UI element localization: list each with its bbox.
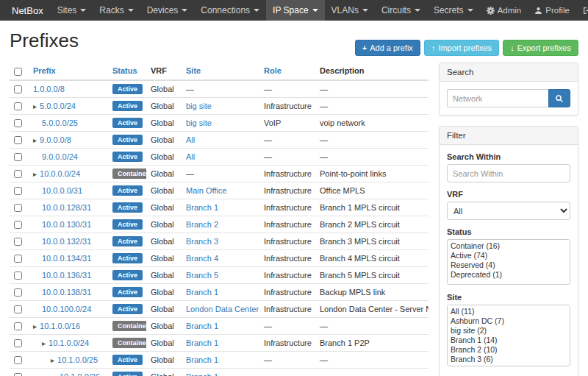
row-checkbox[interactable] (14, 119, 22, 127)
prefix-cell: 10.0.0.134/31 (29, 249, 108, 266)
site-link[interactable]: Branch 1 (186, 372, 218, 376)
row-checkbox[interactable] (14, 305, 22, 313)
site-link[interactable]: Branch 1 (186, 338, 218, 347)
site-link[interactable]: Branch 4 (186, 254, 218, 263)
prefix-link[interactable]: 5.0.0.0/24 (40, 102, 76, 110)
logout-link[interactable]: Log out (576, 0, 588, 21)
prefix-link[interactable]: 10.0.0.138/31 (42, 288, 91, 297)
site-link[interactable]: big site (186, 102, 212, 110)
prefix-link[interactable]: 9.0.0.0/24 (42, 152, 78, 161)
select-all-checkbox[interactable] (14, 68, 22, 76)
row-checkbox[interactable] (14, 187, 22, 195)
search-button[interactable] (548, 89, 570, 107)
row-checkbox[interactable] (14, 373, 22, 376)
prefix-link[interactable]: 5.0.0.0/25 (42, 118, 78, 127)
app-logo[interactable]: NetBox (4, 0, 51, 21)
nav-item-vlans[interactable]: VLANs (325, 0, 375, 21)
prefix-link[interactable]: 10.0.0.130/31 (42, 220, 91, 229)
chevron-down-icon (312, 9, 318, 12)
row-checkbox[interactable] (14, 85, 22, 93)
vrf-select[interactable]: All (447, 202, 570, 220)
description-cell: Branch 4 MPLS circuit (315, 249, 429, 266)
row-checkbox[interactable] (14, 356, 22, 364)
prefix-link[interactable]: 10.0.0.132/31 (42, 237, 91, 246)
description-cell: — (315, 351, 429, 368)
import-prefixes-button[interactable]: ↑Import prefixes (424, 40, 499, 56)
column-sort-role[interactable]: Role (264, 66, 282, 75)
select-option[interactable]: Ashburn DC (7) (449, 316, 568, 326)
row-checkbox[interactable] (14, 288, 22, 297)
row-checkbox[interactable] (14, 204, 22, 212)
site-link[interactable]: All (186, 135, 195, 144)
site-link[interactable]: big site (186, 118, 212, 127)
prefix-link[interactable]: 10.1.0.0/16 (40, 322, 80, 330)
profile-link[interactable]: Profile (528, 0, 576, 21)
prefix-link[interactable]: 1.0.0.0/8 (33, 85, 65, 93)
site-link[interactable]: Main Office (186, 186, 226, 195)
select-option[interactable]: Deprecated (1) (449, 270, 568, 280)
site-link[interactable]: All (186, 152, 195, 161)
nav-item-racks[interactable]: Racks (93, 0, 140, 21)
prefix-link[interactable]: 10.0.0.136/31 (42, 271, 91, 280)
row-checkbox[interactable] (14, 255, 22, 263)
prefix-link[interactable]: 10.0.0.0/31 (42, 186, 82, 195)
prefix-link[interactable]: 10.0.0.134/31 (42, 254, 91, 263)
nav-item-sites[interactable]: Sites (51, 0, 93, 21)
prefix-link[interactable]: 10.1.0.0/24 (49, 338, 89, 347)
column-sort-status[interactable]: Status (112, 66, 137, 75)
row-checkbox[interactable] (14, 339, 22, 347)
site-multiselect[interactable]: All (11)Ashburn DC (7)big site (2)Branch… (447, 305, 570, 366)
prefix-link[interactable]: 10.0.0.0/24 (40, 169, 80, 178)
description-cell: Branch 2 MPLS circuit (315, 216, 429, 233)
site-link[interactable]: Branch 1 (186, 288, 218, 297)
search-within-input[interactable] (447, 164, 570, 182)
status-multiselect[interactable]: Container (16)Active (74)Reserved (4)Dep… (447, 239, 570, 285)
site-link[interactable]: Branch 1 (186, 355, 218, 364)
row-checkbox[interactable] (14, 102, 22, 110)
row-checkbox[interactable] (14, 221, 22, 229)
row-select-cell (10, 266, 29, 283)
select-option[interactable]: Branch 3 (6) (449, 355, 568, 364)
row-checkbox[interactable] (14, 170, 22, 178)
download-icon: ↓ (510, 44, 514, 52)
plus-icon: + (362, 44, 367, 52)
select-option[interactable]: Branch 2 (10) (449, 345, 568, 355)
select-option[interactable]: Reserved (4) (449, 260, 568, 270)
nav-item-connections[interactable]: Connections (194, 0, 266, 21)
column-sort-prefix[interactable]: Prefix (33, 66, 56, 75)
prefix-link[interactable]: 10.1.0.0/26 (60, 372, 100, 376)
export-prefixes-button[interactable]: ↓Export prefixes (503, 40, 578, 56)
prefix-link[interactable]: 9.0.0.0/8 (40, 135, 71, 144)
row-checkbox[interactable] (14, 238, 22, 246)
row-checkbox[interactable] (14, 322, 22, 330)
site-link[interactable]: Branch 3 (186, 237, 218, 246)
nav-item-ip-space[interactable]: IP Space (266, 0, 324, 21)
prefix-cell: ▸10.1.0.0/16 (29, 317, 108, 334)
prefix-link[interactable]: 10.0.100.0/24 (42, 305, 91, 313)
search-input[interactable] (447, 89, 548, 107)
admin-link[interactable]: Admin (480, 0, 528, 21)
prefix-link[interactable]: 10.0.0.128/31 (42, 203, 91, 212)
select-option[interactable]: Branch 1 (14) (449, 336, 568, 345)
site-link[interactable]: Branch 5 (186, 271, 218, 280)
column-sort-site[interactable]: Site (186, 66, 201, 75)
select-option[interactable]: All (11) (449, 307, 568, 316)
site-link[interactable]: London Data Center (186, 305, 259, 313)
row-checkbox[interactable] (14, 272, 22, 280)
row-checkbox[interactable] (14, 153, 22, 161)
status-badge: Active (112, 219, 143, 230)
prefix-link[interactable]: 10.1.0.0/25 (57, 355, 98, 364)
nav-item-secrets[interactable]: Secrets (427, 0, 480, 21)
nav-item-devices[interactable]: Devices (140, 0, 195, 21)
site-link[interactable]: Branch 1 (186, 322, 218, 330)
sidebar: Search Filter Search Within VRF (439, 63, 578, 376)
nav-item-circuits[interactable]: Circuits (375, 0, 427, 21)
select-option[interactable]: Branch 4 (12) (449, 364, 568, 366)
add-prefix-button[interactable]: +Add a prefix (355, 40, 420, 56)
row-checkbox[interactable] (14, 136, 22, 144)
site-link[interactable]: Branch 2 (186, 220, 218, 229)
select-option[interactable]: Container (16) (449, 241, 568, 251)
select-option[interactable]: Active (74) (449, 251, 568, 260)
site-link[interactable]: Branch 1 (186, 203, 218, 212)
select-option[interactable]: big site (2) (449, 326, 568, 336)
